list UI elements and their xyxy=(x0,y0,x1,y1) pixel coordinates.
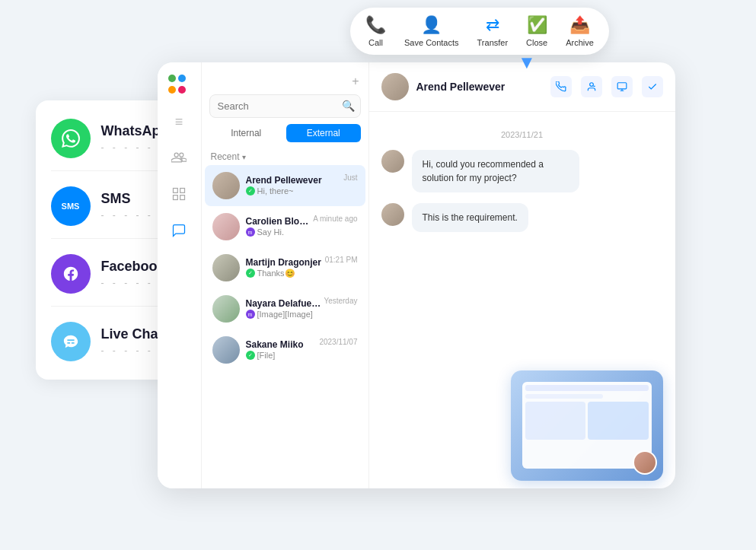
conv-time-arend: Just xyxy=(343,173,357,182)
conv-item-martijn[interactable]: Martijn Dragonjer ✓ Thanks😊 01:21 PM xyxy=(205,247,365,288)
chat-user-info: Arend Pellewever xyxy=(381,73,506,100)
avatar-nayara xyxy=(212,295,240,323)
msg-bubble-1: Hi, could you recommended a solution for… xyxy=(412,150,579,192)
conv-time-carolien: A minute ago xyxy=(313,215,357,223)
conv-time-martijn: 01:21 PM xyxy=(325,256,358,264)
sms-channel-icon: SMS xyxy=(51,186,91,226)
chat-username: Arend Pellewever xyxy=(416,81,506,93)
search-input[interactable] xyxy=(209,94,361,118)
date-divider: 2023/11/21 xyxy=(381,130,663,139)
tab-external[interactable]: External xyxy=(286,124,361,142)
call-icon: 📞 xyxy=(365,15,386,35)
chat-area: Arend Pellewever xyxy=(369,62,675,488)
chat-action-buttons xyxy=(550,76,663,97)
channel-dot-messenger: m xyxy=(246,227,255,237)
msg-bubble-2: This is the requirement. xyxy=(412,203,528,232)
svg-rect-6 xyxy=(617,82,627,88)
transfer-button[interactable]: ⇄ Transfer xyxy=(477,15,509,47)
channel-dot-wa3: ✓ xyxy=(246,351,255,360)
conv-name-martijn: Martijn Dragonjer xyxy=(246,257,325,268)
archive-icon: 📤 xyxy=(569,15,590,35)
search-bar: 🔍 xyxy=(209,94,361,118)
chat-contacts-button[interactable] xyxy=(581,76,602,97)
main-panel: ≡ xyxy=(158,62,675,488)
preview-inner xyxy=(522,382,652,468)
preview-user-avatar xyxy=(633,450,657,475)
add-conversation-button[interactable]: + xyxy=(352,75,359,88)
arrow-decoration: ▼ xyxy=(518,52,536,73)
conv-item-sakane[interactable]: Sakane Miiko ✓ [File] 2023/11/07 xyxy=(205,329,365,370)
call-label: Call xyxy=(368,38,383,47)
app-logo xyxy=(168,75,190,96)
svg-point-4 xyxy=(589,82,593,86)
save-contacts-button[interactable]: 👤 Save Contacts xyxy=(404,15,459,47)
tab-internal[interactable]: Internal xyxy=(209,124,284,142)
conv-time-nayara: Yesterday xyxy=(324,297,357,305)
action-toolbar: 📞 Call 👤 Save Contacts ⇄ Transfer ✅ Clos… xyxy=(350,8,609,55)
preview-screenshot xyxy=(511,370,663,481)
conv-item-carolien[interactable]: Carolien Bloeme m Say Hi. A minute ago xyxy=(205,206,365,247)
conv-info-martijn: Martijn Dragonjer ✓ Thanks😊 xyxy=(246,257,325,278)
svg-rect-1 xyxy=(180,188,185,192)
contacts-icon[interactable] xyxy=(170,148,188,167)
avatar-martijn xyxy=(212,254,240,281)
svg-rect-2 xyxy=(174,195,178,199)
preview-row-1 xyxy=(525,385,649,391)
preview-cols xyxy=(525,402,649,440)
conv-preview-martijn: ✓ Thanks😊 xyxy=(246,269,325,278)
channel-dot-whatsapp: ✓ xyxy=(246,186,255,196)
conversation-list: Arend Pellewever ✓ Hi, there~ Just Carol… xyxy=(202,165,368,488)
msg-avatar-2 xyxy=(381,203,404,226)
chat-avatar xyxy=(381,73,409,100)
archive-label: Archive xyxy=(566,38,594,47)
facebook-channel-icon xyxy=(51,254,91,294)
svg-rect-3 xyxy=(180,195,185,199)
avatar-arend xyxy=(212,172,240,199)
conversations-panel: + 🔍 Internal External Recent ▾ Arend xyxy=(202,62,369,488)
conv-preview-nayara: m [Image][Image] xyxy=(246,310,324,319)
preview-col-2 xyxy=(588,402,649,440)
grid-icon[interactable] xyxy=(170,185,188,203)
msg-avatar-1 xyxy=(381,150,404,173)
chat-messages: 2023/11/21 Hi, could you recommended a s… xyxy=(369,112,675,367)
preview-row-2 xyxy=(525,394,603,399)
call-button[interactable]: 📞 Call xyxy=(365,15,386,47)
conv-info-arend: Arend Pellewever ✓ Hi, there~ xyxy=(246,175,344,196)
conv-name-arend: Arend Pellewever xyxy=(246,175,344,186)
conversations-header: + xyxy=(202,62,368,94)
save-contacts-label: Save Contacts xyxy=(404,38,459,47)
transfer-icon: ⇄ xyxy=(486,15,499,35)
close-label: Close xyxy=(526,38,547,47)
avatar-sakane xyxy=(212,336,240,364)
main-container: WhatsApp - - - - - - - - → SMS SMS - - -… xyxy=(36,40,721,511)
chat-check-button[interactable] xyxy=(642,76,663,97)
menu-icon[interactable]: ≡ xyxy=(175,114,183,130)
whatsapp-channel-icon xyxy=(51,119,91,158)
message-2: This is the requirement. xyxy=(381,203,663,232)
livechat-channel-icon xyxy=(51,322,91,361)
transfer-label: Transfer xyxy=(477,38,509,47)
close-icon: ✅ xyxy=(527,15,547,35)
archive-button[interactable]: 📤 Archive xyxy=(566,15,594,47)
message-1: Hi, could you recommended a solution for… xyxy=(381,150,663,192)
conv-info-nayara: Nayara Delafuente m [Image][Image] xyxy=(246,298,324,319)
recent-label: Recent ▾ xyxy=(202,148,368,165)
close-button[interactable]: ✅ Close xyxy=(526,15,547,47)
conv-preview-arend: ✓ Hi, there~ xyxy=(246,186,344,196)
conv-preview-sakane: ✓ [File] xyxy=(246,351,320,360)
channel-dot-messenger2: m xyxy=(246,310,255,319)
conv-name-nayara: Nayara Delafuente xyxy=(246,298,324,309)
avatar-carolien xyxy=(212,213,240,240)
preview-col-1 xyxy=(525,402,586,440)
chat-icon[interactable] xyxy=(170,221,188,240)
conv-item-nayara[interactable]: Nayara Delafuente m [Image][Image] Yeste… xyxy=(205,288,365,329)
app-sidebar: ≡ xyxy=(158,62,202,488)
chat-call-button[interactable] xyxy=(550,76,572,97)
conv-preview-carolien: m Say Hi. xyxy=(246,227,314,237)
chat-transfer-button[interactable] xyxy=(611,76,633,97)
svg-rect-0 xyxy=(174,188,178,192)
conv-item-arend[interactable]: Arend Pellewever ✓ Hi, there~ Just xyxy=(205,165,365,206)
channel-dot-wa2: ✓ xyxy=(246,269,255,278)
conv-info-sakane: Sakane Miiko ✓ [File] xyxy=(246,339,320,360)
save-contacts-icon: 👤 xyxy=(421,15,442,35)
